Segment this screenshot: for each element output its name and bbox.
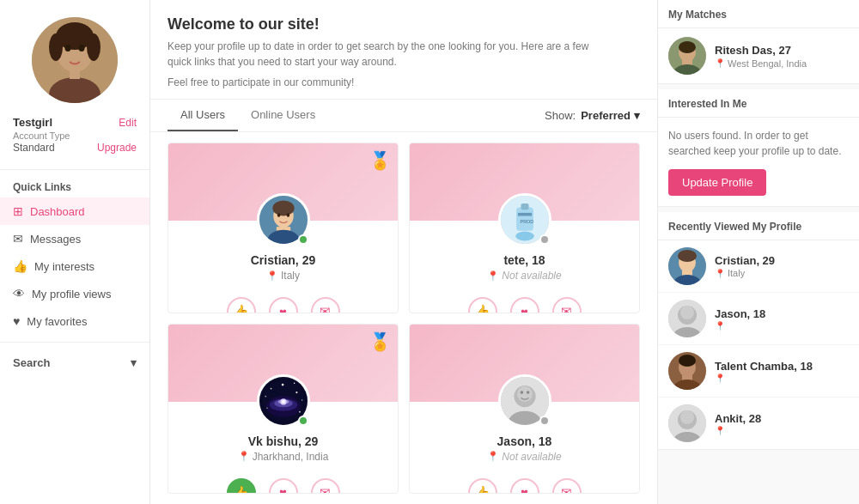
match-info-ritesh: Ritesh Das, 27 📍 West Bengal, India	[715, 44, 849, 69]
svg-point-15	[286, 213, 289, 217]
update-profile-button[interactable]: Update Profile	[668, 169, 766, 196]
match-item-ritesh: Ritesh Das, 27 📍 West Bengal, India	[658, 28, 859, 83]
tabs: All Users Online Users	[168, 100, 328, 131]
edit-link[interactable]: Edit	[119, 117, 137, 129]
interests-icon: 👍	[13, 259, 27, 273]
sidebar-divider-2	[0, 342, 149, 343]
card-actions-tete: 👍 ♥ ✉	[410, 290, 639, 313]
sidebar-avatar-area	[0, 0, 149, 112]
viewed-loc-cristian: 📍 Italy	[715, 268, 849, 278]
viewed-info-talent: Talent Chamba, 18 📍	[715, 360, 849, 383]
svg-point-29	[270, 387, 271, 389]
message-button-tete[interactable]: ✉	[552, 297, 582, 313]
card-actions-jason: 👍 ♥ ✉	[410, 471, 639, 495]
welcome-area: Welcome to our site! Keep your profile u…	[150, 0, 657, 100]
user-card-cristian: 🏅	[168, 143, 399, 313]
my-matches-section: My Matches Ritesh Das, 27 📍 West Bengal,…	[658, 0, 859, 84]
show-value: Preferred	[581, 109, 631, 122]
svg-point-32	[299, 410, 301, 412]
svg-point-31	[266, 407, 267, 408]
like-button-vkbishu[interactable]: 👍	[227, 478, 256, 495]
like-button-tete[interactable]: 👍	[468, 297, 497, 313]
svg-point-44	[526, 391, 529, 394]
nav-label-favorites: My favorites	[27, 315, 87, 328]
nav-label-interests: My interests	[34, 260, 94, 273]
viewed-avatar-talent	[668, 352, 706, 390]
viewed-loc-talent: 📍	[715, 373, 849, 383]
profile-views-icon: 👁	[13, 287, 25, 301]
users-grid: 🏅	[150, 132, 657, 504]
loc-pin-talent: 📍	[715, 373, 725, 383]
online-dot-cristian	[298, 234, 308, 245]
viewed-loc-text-cristian: Italy	[728, 268, 745, 278]
show-dropdown[interactable]: Preferred ▾	[581, 109, 640, 122]
like-button-cristian[interactable]: 👍	[227, 297, 256, 313]
svg-point-38	[282, 400, 285, 404]
tab-all-users[interactable]: All Users	[168, 100, 238, 131]
viewed-avatar-img-cristian	[668, 247, 706, 285]
svg-text:PROD: PROD	[520, 219, 533, 224]
svg-point-14	[277, 213, 280, 217]
svg-point-52	[678, 250, 697, 262]
card-location-cristian: 📍 Italy	[177, 270, 389, 282]
online-dot-vkbishu	[298, 416, 308, 426]
svg-point-11	[272, 200, 294, 216]
like-button-jason[interactable]: 👍	[468, 478, 497, 495]
svg-point-33	[281, 383, 283, 386]
sidebar-item-dashboard[interactable]: ⊞ Dashboard	[0, 197, 149, 225]
medal-badge-cristian: 🏅	[369, 150, 391, 171]
medal-badge-vkbishu: 🏅	[369, 331, 391, 352]
message-button-cristian[interactable]: ✉	[311, 297, 340, 313]
viewed-info-ankit: Ankit, 28 📍	[715, 412, 849, 435]
welcome-subtext: Feel free to participate in our communit…	[168, 76, 640, 88]
card-location-tete: 📍 Not available	[418, 270, 631, 282]
message-button-vkbishu[interactable]: ✉	[311, 478, 340, 495]
upgrade-link[interactable]: Upgrade	[97, 142, 137, 154]
favorite-button-cristian[interactable]: ♥	[269, 297, 298, 313]
online-dot-jason	[539, 416, 550, 426]
message-button-jason[interactable]: ✉	[552, 478, 582, 495]
interested-section: Interested In Me No users found. In orde…	[658, 89, 859, 207]
match-name-ritesh: Ritesh Das, 27	[715, 44, 849, 57]
account-type-label: Account Type	[13, 131, 137, 141]
card-banner-vkbishu: 🏅	[168, 325, 398, 402]
tab-online-users[interactable]: Online Users	[238, 100, 328, 131]
sidebar-item-messages[interactable]: ✉ Messages	[0, 225, 149, 252]
favorite-button-vkbishu[interactable]: ♥	[269, 478, 298, 495]
match-avatar-ritesh	[668, 37, 706, 75]
dashboard-icon: ⊞	[13, 204, 23, 218]
viewed-item-talent: Talent Chamba, 18 📍	[658, 345, 859, 398]
viewed-item-ankit: Ankit, 28 📍	[658, 398, 859, 449]
favorite-button-tete[interactable]: ♥	[510, 297, 539, 313]
viewed-info-cristian: Cristian, 29 📍 Italy	[715, 254, 849, 278]
sidebar-item-profile-views[interactable]: 👁 My profile views	[0, 280, 149, 307]
svg-point-4	[87, 33, 101, 61]
user-card-tete: PROD tete, 18 📍 Not available 👍 ♥ ✉	[409, 143, 640, 313]
sidebar-item-favorites[interactable]: ♥ My favorites	[0, 307, 149, 335]
search-chevron-icon: ▾	[131, 356, 137, 369]
location-text-cristian: Italy	[281, 270, 300, 282]
show-chevron-icon: ▾	[634, 109, 640, 122]
sidebar-item-interests[interactable]: 👍 My interests	[0, 252, 149, 280]
viewed-name-jason: Jason, 18	[715, 307, 849, 320]
favorite-button-jason[interactable]: ♥	[510, 478, 539, 495]
card-actions-cristian: 👍 ♥ ✉	[168, 290, 398, 313]
svg-point-43	[520, 391, 523, 394]
viewed-avatar-ankit	[668, 404, 706, 442]
viewed-name-talent: Talent Chamba, 18	[715, 360, 849, 373]
user-card-vkbishu: 🏅	[168, 324, 399, 495]
online-dot-tete	[539, 234, 550, 245]
show-label: Show:	[545, 109, 576, 122]
viewed-item-jason: Jason, 18 📍	[658, 293, 859, 345]
svg-point-57	[680, 306, 694, 319]
viewed-avatar-cristian	[668, 247, 706, 285]
recently-viewed-section: Recently Viewed My Profile Cristian, 29 …	[658, 212, 859, 450]
location-pin-icon-tete: 📍	[487, 270, 499, 282]
svg-point-47	[679, 41, 696, 53]
viewed-avatar-img-talent	[668, 352, 706, 390]
search-section[interactable]: Search ▾	[0, 349, 149, 376]
interested-title: Interested In Me	[658, 89, 859, 118]
show-area: Show: Preferred ▾	[545, 109, 640, 122]
sidebar: Testgirl Edit Account Type Standard Upgr…	[0, 0, 150, 504]
match-loc-text-ritesh: West Bengal, India	[728, 58, 807, 69]
